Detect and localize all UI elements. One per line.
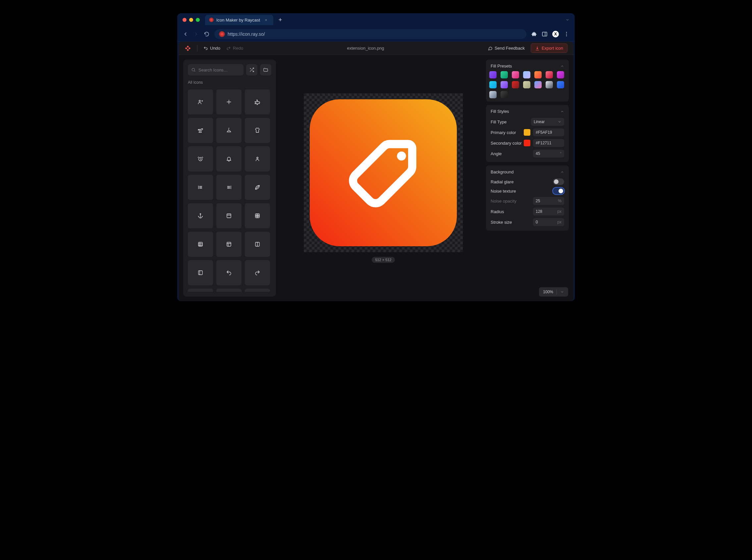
nav-back-button[interactable] (182, 31, 189, 37)
canvas[interactable] (304, 93, 463, 252)
preset-swatch-0[interactable] (489, 71, 497, 78)
icon-table[interactable] (188, 232, 213, 257)
preset-swatch-4[interactable] (534, 71, 542, 78)
icon-sidebar[interactable] (188, 260, 213, 285)
minimize-window-button[interactable] (189, 18, 193, 22)
icon-leaf[interactable] (245, 175, 270, 200)
preset-swatch-8[interactable] (501, 81, 508, 88)
svg-rect-13 (227, 242, 231, 246)
primary-color-chip[interactable] (524, 129, 531, 136)
angle-input[interactable]: 45 ° (533, 149, 564, 158)
side-panel-icon[interactable] (542, 31, 547, 37)
search-input[interactable]: Search Icons… (188, 64, 244, 76)
toolbar-divider (197, 45, 197, 52)
fill-styles-panel: Fill Styles Fill Type Linear Primary col… (486, 105, 569, 162)
icon-arrow-down[interactable] (188, 288, 213, 292)
svg-point-4 (566, 35, 567, 36)
preset-swatch-1[interactable] (501, 71, 508, 78)
preset-swatches (489, 71, 565, 98)
preset-swatch-12[interactable] (546, 81, 553, 88)
icon-user-plus[interactable] (188, 89, 213, 115)
profile-avatar[interactable]: X (552, 31, 559, 37)
url-text: https://icon.ray.so/ (228, 32, 265, 37)
chevron-down-icon (558, 120, 561, 124)
icon-redo[interactable] (245, 260, 270, 285)
preset-swatch-9[interactable] (512, 81, 519, 88)
icon-serve[interactable] (216, 118, 242, 143)
background-header[interactable]: Background (489, 169, 565, 177)
noise-opacity-input[interactable]: 25 % (533, 197, 564, 205)
maximize-window-button[interactable] (196, 18, 200, 22)
browser-tab[interactable]: Icon Maker by Raycast × (205, 15, 273, 25)
preset-swatch-10[interactable] (523, 81, 531, 88)
icon-undo[interactable] (216, 260, 242, 285)
nav-reload-button[interactable] (204, 31, 210, 37)
fill-type-select[interactable]: Linear (531, 118, 564, 126)
preset-swatch-15[interactable] (501, 91, 508, 98)
secondary-color-input[interactable]: #F12711 (533, 139, 564, 147)
icon-bell[interactable] (216, 146, 242, 172)
preset-swatch-3[interactable] (523, 71, 531, 78)
icon-window[interactable] (216, 203, 242, 228)
secondary-color-chip[interactable] (524, 140, 531, 146)
undo-button[interactable]: Undo (204, 46, 220, 51)
icon-download-circle[interactable] (216, 288, 242, 292)
tabs-overflow-button[interactable] (565, 18, 570, 22)
secondary-color-row: Secondary color #F12711 (489, 138, 565, 148)
shuffle-button[interactable] (246, 64, 257, 76)
svg-rect-15 (198, 271, 203, 275)
properties-panel: Fill Presets Fill Styles Fill Type Linea… (486, 60, 569, 297)
icon-plus[interactable] (216, 89, 242, 115)
stroke-size-input[interactable]: 0 px (533, 218, 564, 226)
svg-rect-11 (255, 214, 259, 218)
preset-swatch-6[interactable] (557, 71, 564, 78)
icon-anvil[interactable] (188, 118, 213, 143)
preset-swatch-7[interactable] (489, 81, 497, 88)
svg-rect-0 (542, 32, 547, 36)
icon-grid[interactable] (245, 203, 270, 228)
browser-menu-icon[interactable] (563, 31, 570, 37)
fill-presets-header[interactable]: Fill Presets (489, 63, 565, 71)
address-bar[interactable]: https://icon.ray.so/ (214, 29, 526, 39)
icon-airplane[interactable] (245, 89, 270, 115)
svg-point-6 (199, 100, 201, 102)
primary-color-input[interactable]: #F5AF19 (533, 128, 564, 136)
preset-swatch-11[interactable] (534, 81, 542, 88)
radius-input[interactable]: 128 px (533, 207, 564, 216)
icon-download-fill[interactable] (245, 288, 270, 292)
redo-button[interactable]: Redo (226, 46, 243, 51)
close-window-button[interactable] (182, 18, 187, 22)
preset-swatch-5[interactable] (546, 71, 553, 78)
zoom-value: 100% (543, 289, 553, 294)
primary-color-row: Primary color #F5AF19 (489, 127, 565, 138)
radius-row: Radius 128 px (489, 206, 565, 217)
export-label: Export icon (542, 46, 563, 51)
icon-shirt[interactable] (245, 118, 270, 143)
preset-swatch-14[interactable] (489, 91, 497, 98)
preset-swatch-13[interactable] (557, 81, 564, 88)
noise-texture-toggle[interactable] (553, 188, 564, 194)
upload-button[interactable] (260, 64, 271, 76)
shuffle-icon (249, 67, 254, 73)
radial-glare-toggle[interactable] (553, 178, 564, 185)
icon-panel[interactable] (216, 232, 242, 257)
feedback-button[interactable]: Send Feedback (488, 46, 525, 51)
close-tab-button[interactable]: × (263, 17, 269, 23)
nav-forward-button[interactable] (193, 31, 199, 37)
new-tab-button[interactable]: + (276, 17, 285, 23)
icon-anchor[interactable] (188, 203, 213, 228)
icon-user-add[interactable] (245, 146, 270, 172)
export-button[interactable]: Export icon (531, 43, 567, 53)
icon-align-right[interactable] (216, 175, 242, 200)
icon-columns[interactable] (245, 232, 270, 257)
icon-alarm[interactable] (188, 146, 213, 172)
extensions-icon[interactable] (531, 31, 537, 37)
app-frame: Undo Redo extension_icon.png Send Feedba… (178, 42, 574, 301)
preset-swatch-2[interactable] (512, 71, 519, 78)
fill-presets-panel: Fill Presets (486, 60, 569, 102)
redo-icon (226, 46, 231, 51)
icon-align-left[interactable] (188, 175, 213, 200)
zoom-control[interactable]: 100% (539, 287, 568, 297)
search-icon (191, 67, 196, 72)
fill-styles-header[interactable]: Fill Styles (489, 108, 565, 117)
